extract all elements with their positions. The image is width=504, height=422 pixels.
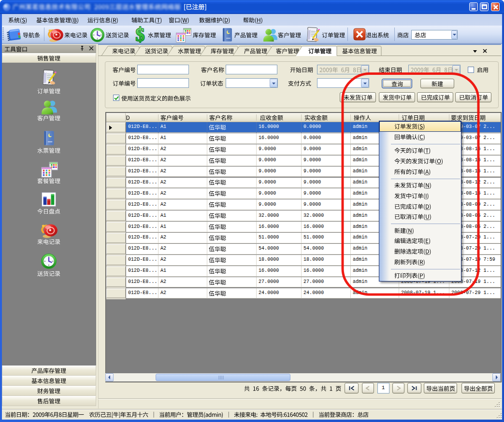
svg-text:$: $ (136, 26, 145, 43)
